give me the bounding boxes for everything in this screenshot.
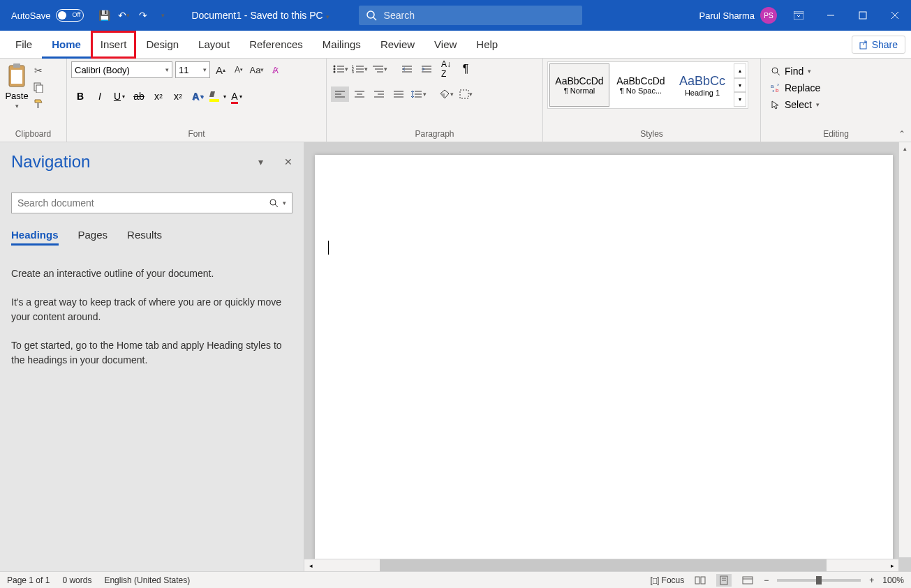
zoom-slider[interactable] <box>777 579 861 582</box>
sort-icon[interactable]: A↓Z <box>437 61 455 77</box>
qat-dropdown-icon[interactable]: ▾ <box>156 9 169 22</box>
zoom-level[interactable]: 100% <box>882 575 904 585</box>
tab-review[interactable]: Review <box>371 31 424 59</box>
search-box[interactable] <box>359 6 582 25</box>
style-normal[interactable]: AaBbCcDd ¶ Normal <box>549 63 609 107</box>
borders-icon[interactable]: ▾ <box>457 86 475 102</box>
tab-view[interactable]: View <box>424 31 466 59</box>
align-left-icon[interactable] <box>331 86 349 102</box>
multilevel-list-icon[interactable]: ▾ <box>370 61 388 77</box>
tab-design[interactable]: Design <box>136 31 188 59</box>
paste-button[interactable]: Paste ▾ <box>4 61 29 110</box>
bold-button[interactable]: B <box>71 88 89 105</box>
document-title[interactable]: Document1 - Saved to this PC ▾ <box>177 10 343 21</box>
save-icon[interactable]: 💾 <box>98 9 110 22</box>
underline-button[interactable]: U▾ <box>110 88 128 105</box>
maximize-icon[interactable] <box>847 0 879 31</box>
align-center-icon[interactable] <box>350 86 369 102</box>
increase-indent-icon[interactable] <box>417 61 436 77</box>
format-painter-icon[interactable] <box>32 98 45 110</box>
print-layout-icon[interactable] <box>716 574 732 587</box>
document-area[interactable]: ▴ <box>304 142 911 571</box>
show-marks-icon[interactable]: ¶ <box>457 61 475 77</box>
zoom-out-icon[interactable]: − <box>764 575 769 585</box>
change-case-icon[interactable]: Aa▾ <box>249 62 265 77</box>
scroll-thumb[interactable] <box>380 559 827 571</box>
justify-icon[interactable] <box>390 86 408 102</box>
autosave-toggle[interactable]: Off <box>56 9 84 22</box>
tab-mailings[interactable]: Mailings <box>313 31 371 59</box>
user-area[interactable]: Parul Sharma PS <box>699 7 783 24</box>
tab-insert[interactable]: Insert <box>91 31 137 59</box>
font-name-select[interactable]: Calibri (Body)▾ <box>71 61 172 78</box>
collapse-ribbon-icon[interactable]: ⌃ <box>898 129 905 139</box>
status-page[interactable]: Page 1 of 1 <box>7 575 50 585</box>
svg-rect-8 <box>860 43 866 49</box>
text-effects-icon[interactable]: A▾ <box>188 88 207 105</box>
search-icon[interactable] <box>269 198 279 208</box>
scroll-right-icon[interactable]: ▸ <box>886 559 898 571</box>
tab-help[interactable]: Help <box>466 31 508 59</box>
vertical-scrollbar[interactable]: ▴ <box>898 142 911 557</box>
navigation-search-dropdown-icon[interactable]: ▾ <box>283 199 286 206</box>
status-language[interactable]: English (United States) <box>104 575 190 585</box>
select-button[interactable]: Select▾ <box>766 98 824 112</box>
zoom-in-icon[interactable]: + <box>869 575 874 585</box>
status-words[interactable]: 0 words <box>62 575 91 585</box>
highlight-color-icon[interactable]: ▾ <box>208 88 226 105</box>
share-button[interactable]: Share <box>852 36 905 54</box>
search-input[interactable] <box>384 10 575 21</box>
bullets-icon[interactable]: ▾ <box>331 61 349 77</box>
svg-rect-11 <box>11 70 22 84</box>
nav-tab-pages[interactable]: Pages <box>78 229 108 246</box>
ribbon-display-options-icon[interactable] <box>783 0 815 31</box>
document-page[interactable] <box>315 155 893 571</box>
read-mode-icon[interactable] <box>692 574 708 587</box>
strikethrough-button[interactable]: ab <box>130 88 148 105</box>
find-button[interactable]: Find▾ <box>766 64 824 78</box>
shrink-font-icon[interactable]: A▾ <box>231 62 246 77</box>
minimize-icon[interactable] <box>815 0 847 31</box>
replace-button[interactable]: ab Replace <box>766 81 824 95</box>
tab-references[interactable]: References <box>239 31 313 59</box>
grow-font-icon[interactable]: A▴ <box>213 62 228 77</box>
web-layout-icon[interactable] <box>740 574 755 587</box>
redo-icon[interactable]: ↷ <box>137 9 149 22</box>
zoom-thumb[interactable] <box>816 576 822 585</box>
nav-tab-results[interactable]: Results <box>127 229 162 246</box>
styles-down-icon[interactable]: ▾ <box>734 78 746 93</box>
tab-home[interactable]: Home <box>42 31 91 59</box>
close-icon[interactable] <box>879 0 911 31</box>
scroll-left-icon[interactable]: ◂ <box>304 559 317 571</box>
navigation-dropdown-icon[interactable]: ▾ <box>258 156 263 167</box>
font-color-icon[interactable]: A▾ <box>228 88 246 105</box>
autosave-control[interactable]: AutoSave Off <box>0 9 89 22</box>
navigation-search-input[interactable] <box>17 197 269 209</box>
style-heading-1[interactable]: AaBbCc Heading 1 <box>672 63 732 107</box>
styles-up-icon[interactable]: ▴ <box>734 63 746 78</box>
tab-file[interactable]: File <box>6 31 42 59</box>
style-no-spacing[interactable]: AaBbCcDd ¶ No Spac... <box>611 63 671 107</box>
nav-tab-headings[interactable]: Headings <box>11 229 59 246</box>
font-size-select[interactable]: 11▾ <box>175 61 210 78</box>
line-spacing-icon[interactable]: ▾ <box>409 86 427 102</box>
italic-button[interactable]: I <box>91 88 109 105</box>
clipboard-icon <box>4 61 29 89</box>
navigation-close-icon[interactable]: ✕ <box>284 156 292 167</box>
copy-icon[interactable] <box>32 81 45 93</box>
shading-icon[interactable]: ▾ <box>437 86 455 102</box>
focus-mode-button[interactable]: [⎕] Focus <box>651 575 685 585</box>
subscript-button[interactable]: x2 <box>149 88 168 105</box>
decrease-indent-icon[interactable] <box>398 61 416 77</box>
styles-more-icon[interactable]: ▾ <box>734 92 746 107</box>
scroll-up-icon[interactable]: ▴ <box>899 142 911 155</box>
tab-layout[interactable]: Layout <box>188 31 239 59</box>
undo-icon[interactable]: ↶▾ <box>117 9 130 22</box>
align-right-icon[interactable] <box>370 86 388 102</box>
cut-icon[interactable]: ✂ <box>32 64 45 77</box>
navigation-search[interactable]: ▾ <box>11 193 292 213</box>
numbering-icon[interactable]: 123▾ <box>350 61 369 77</box>
superscript-button[interactable]: x2 <box>169 88 187 105</box>
horizontal-scrollbar[interactable]: ◂ ▸ <box>304 559 898 571</box>
clear-formatting-icon[interactable]: A̷ <box>267 62 283 77</box>
